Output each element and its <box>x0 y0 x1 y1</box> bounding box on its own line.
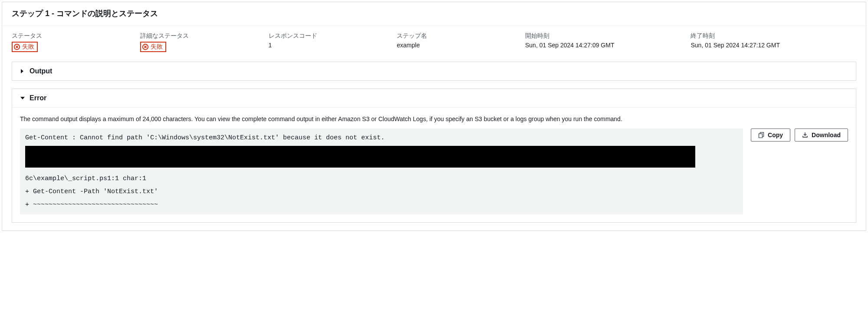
status-label: ステータス <box>12 32 136 40</box>
copy-button[interactable]: Copy <box>751 128 790 142</box>
error-output-textarea[interactable]: Get-Content : Cannot find path 'C:\Windo… <box>20 128 743 214</box>
status-field-detailed: 詳細なステータス 失敗 <box>140 32 269 52</box>
copy-icon <box>758 132 764 138</box>
output-section-toggle[interactable]: Output <box>12 62 856 80</box>
step-name-label: ステップ名 <box>397 32 521 40</box>
status-field-status: ステータス 失敗 <box>12 32 140 52</box>
start-time-value: Sun, 01 Sep 2024 14:27:09 GMT <box>525 42 686 49</box>
error-line: 6c\example\_script.ps1:1 char:1 <box>25 174 738 184</box>
output-section: Output <box>12 62 856 81</box>
status-field-response-code: レスポンスコード 1 <box>269 32 397 52</box>
error-section-toggle[interactable]: Error <box>12 89 856 107</box>
download-button[interactable]: Download <box>795 128 848 142</box>
error-line: Get-Content : Cannot find path 'C:\Windo… <box>25 133 738 143</box>
error-section: Error The command output displays a maxi… <box>12 89 856 223</box>
error-circle-icon <box>142 43 149 50</box>
detailed-status-label: 詳細なステータス <box>140 32 264 40</box>
status-value: 失敗 <box>22 43 34 51</box>
end-time-value: Sun, 01 Sep 2024 14:27:12 GMT <box>690 42 852 49</box>
status-badge-failed: 失敗 <box>12 42 38 52</box>
start-time-label: 開始時刻 <box>525 32 686 40</box>
download-icon <box>802 132 808 138</box>
download-button-label: Download <box>812 132 841 138</box>
caret-down-icon <box>20 96 25 100</box>
step-name-value: example <box>397 42 521 49</box>
page-title: ステップ 1 - コマンドの説明とステータス <box>12 8 856 19</box>
copy-button-label: Copy <box>768 132 783 138</box>
error-line: + Get-Content -Path 'NotExist.txt' <box>25 187 738 197</box>
end-time-label: 終了時刻 <box>690 32 852 40</box>
error-line: + ~~~~~~~~~~~~~~~~~~~~~~~~~~~~~~~~ <box>25 200 738 210</box>
error-actions: Copy Download <box>751 128 848 142</box>
status-field-end-time: 終了時刻 Sun, 01 Sep 2024 14:27:12 GMT <box>690 32 856 52</box>
response-code-label: レスポンスコード <box>269 32 393 40</box>
error-circle-icon <box>13 43 20 50</box>
redacted-block <box>25 146 695 168</box>
error-section-title: Error <box>30 94 46 102</box>
status-grid: ステータス 失敗 詳細なステータス 失敗 レスポンスコード 1 ステップ名 <box>2 26 866 62</box>
status-field-step-name: ステップ名 example <box>397 32 525 52</box>
detailed-status-badge-failed: 失敗 <box>140 42 166 52</box>
status-field-start-time: 開始時刻 Sun, 01 Sep 2024 14:27:09 GMT <box>525 32 690 52</box>
response-code-value: 1 <box>269 42 393 49</box>
error-help-text: The command output displays a maximum of… <box>20 115 848 122</box>
detailed-status-value: 失敗 <box>151 43 163 51</box>
svg-rect-3 <box>759 134 763 138</box>
output-section-title: Output <box>30 67 52 75</box>
caret-right-icon <box>20 69 25 74</box>
